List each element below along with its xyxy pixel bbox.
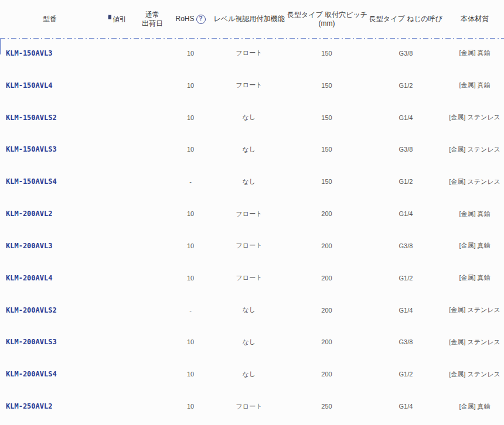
column-header-material: 本体材質 (445, 15, 504, 23)
rohs-cell: 10 (170, 50, 211, 57)
table-row: KLM-150AVLS2 10 なし 150 G1/4 [金属] ステンレス (0, 104, 504, 136)
model-cell: KLM-200AVLS4 (0, 370, 100, 378)
hole-pitch-cell: 200 (287, 210, 366, 217)
material-cell: [金属] ステンレス (445, 306, 504, 314)
model-link[interactable]: KLM-200AVL4 (6, 274, 52, 282)
material-cell: [金属] 真鍮 (445, 49, 504, 57)
table-row: KLM-150AVLS4 - なし 150 G1/2 [金属] ステンレス (0, 168, 504, 200)
thread-cell: G1/4 (366, 307, 445, 314)
hole-pitch-cell: 200 (287, 371, 366, 378)
material-cell: [金属] 真鍮 (445, 273, 504, 282)
rohs-cell: 10 (170, 146, 211, 153)
material-cell: [金属] 真鍮 (445, 402, 504, 411)
rohs-cell: - (170, 178, 211, 185)
rohs-cell: 10 (170, 371, 211, 378)
model-cell: KLM-200AVL3 (0, 242, 100, 250)
column-header-level-function: レベル視認用付加機能 (211, 15, 287, 23)
model-link[interactable]: KLM-150AVL4 (6, 81, 52, 90)
column-header-model: 型番 (0, 15, 100, 23)
hole-pitch-cell: 250 (287, 403, 366, 410)
model-link[interactable]: KLM-250AVL2 (6, 402, 52, 410)
model-cell: KLM-150AVLS2 (0, 114, 100, 122)
model-link[interactable]: KLM-200AVLS4 (6, 370, 57, 378)
model-link[interactable]: KLM-200AVLS3 (6, 338, 57, 346)
level-function-cell: フロート (211, 81, 287, 90)
thread-cell: G3/8 (366, 242, 445, 249)
material-cell: [金属] 真鍮 (445, 81, 504, 90)
table-row: KLM-200AVL4 10 フロート 200 G1/2 [金属] 真鍮 (0, 265, 504, 297)
level-function-cell: なし (211, 177, 287, 186)
column-header-thread: 長型タイプ ねじの呼び (366, 15, 445, 23)
material-cell: [金属] ステンレス (445, 145, 504, 154)
column-header-discount-label: 値引 (113, 15, 127, 23)
ship-date-line2: 出荷日 (135, 19, 170, 28)
table-row: KLM-200AVL2 10 フロート 200 G1/4 [金属] 真鍮 (0, 200, 504, 232)
model-cell: KLM-250AVL2 (0, 402, 100, 410)
material-cell: [金属] ステンレス (445, 338, 504, 347)
rohs-cell: 10 (170, 275, 211, 282)
model-cell: KLM-150AVL4 (0, 81, 100, 90)
level-function-cell: フロート (211, 402, 287, 411)
rohs-cell: 10 (170, 242, 211, 249)
rohs-cell: 10 (170, 403, 211, 410)
thread-cell: G1/4 (366, 114, 445, 121)
model-link[interactable]: KLM-200AVL3 (6, 242, 52, 250)
table-row: KLM-150AVLS3 10 なし 150 G3/8 [金属] ステンレス (0, 136, 504, 168)
discount-icon (108, 15, 111, 19)
model-cell: KLM-200AVL2 (0, 210, 100, 218)
model-cell: KLM-200AVL4 (0, 274, 100, 282)
hole-pitch-line1: 長型タイプ 取付穴ピッチ (287, 11, 366, 19)
thread-cell: G1/2 (366, 275, 445, 282)
level-function-cell: なし (211, 113, 287, 122)
level-function-cell: フロート (211, 241, 287, 250)
rohs-cell: 10 (170, 210, 211, 217)
thread-cell: G1/2 (366, 371, 445, 378)
model-cell: KLM-150AVL3 (0, 49, 100, 57)
table-row: KLM-200AVLS4 10 なし 200 G1/2 [金属] ステンレス (0, 361, 504, 393)
rohs-cell: 10 (170, 338, 211, 345)
material-cell: [金属] ステンレス (445, 177, 504, 186)
thread-cell: G1/4 (366, 403, 445, 410)
level-function-cell: フロート (211, 49, 287, 57)
rohs-cell: 10 (170, 82, 211, 89)
material-cell: [金属] 真鍮 (445, 241, 504, 250)
material-cell: [金属] ステンレス (445, 370, 504, 379)
model-link[interactable]: KLM-200AVL2 (6, 210, 52, 218)
hole-pitch-cell: 150 (287, 146, 366, 153)
model-cell: KLM-150AVLS3 (0, 145, 100, 153)
hole-pitch-cell: 200 (287, 275, 366, 282)
hole-pitch-cell: 150 (287, 82, 366, 89)
column-header-ship-date: 通常 出荷日 (135, 11, 170, 28)
thread-cell: G3/8 (366, 50, 445, 57)
table-row: KLM-150AVL3 10 フロート 150 G3/8 [金属] 真鍮 (0, 40, 504, 72)
table-row: KLM-200AVLS2 - なし 200 G1/4 [金属] ステンレス (0, 297, 504, 329)
level-function-cell: なし (211, 338, 287, 347)
thread-cell: G1/2 (366, 178, 445, 185)
hole-pitch-cell: 150 (287, 114, 366, 121)
rohs-cell: - (170, 307, 211, 314)
hole-pitch-cell: 150 (287, 178, 366, 185)
hole-pitch-unit: (mm) (287, 19, 366, 28)
model-link[interactable]: KLM-150AVLS3 (6, 145, 57, 153)
level-function-cell: フロート (211, 210, 287, 218)
model-cell: KLM-200AVLS3 (0, 338, 100, 346)
thread-cell: G1/2 (366, 82, 445, 89)
material-cell: [金属] 真鍮 (445, 210, 504, 218)
model-cell: KLM-200AVLS2 (0, 306, 100, 314)
table-row: KLM-250AVL2 10 フロート 250 G1/4 [金属] 真鍮 (0, 393, 504, 425)
column-header-discount: 値引 (100, 15, 135, 24)
model-link[interactable]: KLM-150AVLS4 (6, 177, 57, 186)
column-header-rohs: RoHS ? (170, 15, 211, 24)
rohs-help-icon[interactable]: ? (196, 15, 206, 24)
hole-pitch-cell: 200 (287, 242, 366, 249)
level-function-cell: フロート (211, 273, 287, 282)
table-header-row: 型番 値引 通常 出荷日 RoHS ? レベル視認用付加機能 長型タイプ 取付穴… (0, 0, 504, 38)
left-edge-mark (0, 39, 1, 54)
rohs-label: RoHS (175, 15, 194, 23)
model-link[interactable]: KLM-150AVLS2 (6, 114, 57, 122)
material-cell: [金属] ステンレス (445, 113, 504, 122)
model-link[interactable]: KLM-200AVLS2 (6, 306, 57, 314)
thread-cell: G3/8 (366, 146, 445, 153)
hole-pitch-cell: 200 (287, 338, 366, 345)
model-link[interactable]: KLM-150AVL3 (6, 49, 52, 57)
